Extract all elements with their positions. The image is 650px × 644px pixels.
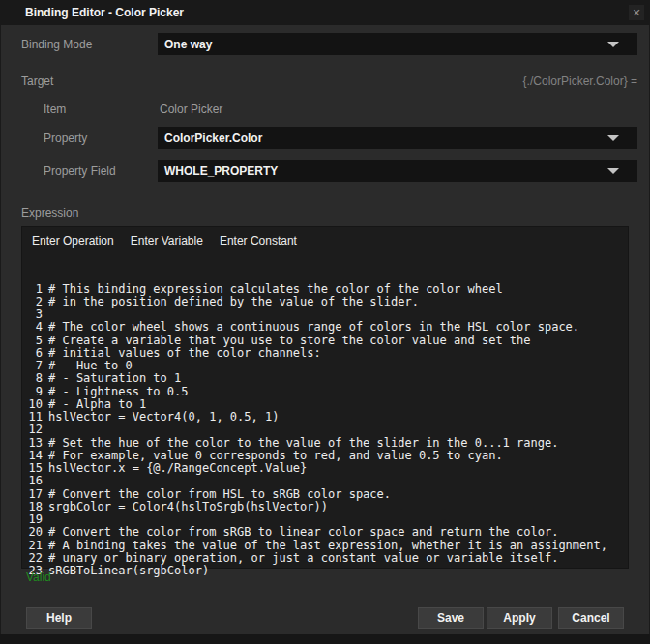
dialog-bottom-edge [0,634,650,644]
code-line: 2# in the position defined by the value … [28,296,624,308]
line-number: 10 [28,398,43,411]
code-line: 14# For example, value 0 corresponds to … [28,450,624,462]
expression-toolbar: Enter Operation Enter Variable Enter Con… [32,234,297,248]
code-line: 16 [28,475,624,487]
line-number: 11 [28,411,43,424]
target-section-label: Target [21,74,53,88]
line-number: 16 [28,475,43,487]
code-line: 20# Convert the color from sRGB to linea… [28,526,624,539]
binding-mode-label: Binding Mode [21,38,92,51]
property-field-dropdown[interactable]: WHOLE_PROPERTY [158,160,637,182]
code-line: 22# unary or binary operation, or just a… [28,552,624,565]
code-line: 6# initial values of the color channels: [28,347,624,360]
item-value: Color Picker [160,102,222,116]
code-text: # For example, value 0 corresponds to re… [48,449,503,462]
help-button[interactable]: Help [26,607,92,629]
code-line: 17# Convert the color from HSL to sRGB c… [28,488,624,501]
code-line: 5# Create a variable that you use to sto… [28,335,624,347]
line-number: 12 [28,424,43,436]
line-number: 7 [28,360,43,372]
code-text: srgbColor = Color4(hslToSrgb(hslVector)) [48,500,328,513]
code-text: # Set the hue of the color to the value … [48,436,558,450]
titlebar: Binding Editor - Color Picker [0,0,650,25]
line-number: 17 [28,488,43,501]
property-field-value: WHOLE_PROPERTY [164,164,278,178]
chevron-down-icon [607,135,619,141]
expression-code-editor[interactable]: 1# This binding expression calculates th… [28,257,624,603]
code-text: sRGBToLinear(srgbColor) [48,564,209,577]
code-text: # Convert the color from sRGB to linear … [48,525,558,539]
property-field-label: Property Field [44,164,116,178]
code-line: 15hslVector.x = {@./RangeConcept.Value} [28,462,624,475]
property-label: Property [44,132,87,145]
code-text: # initial values of the color channels: [48,346,321,360]
code-line: 18srgbColor = Color4(hslToSrgb(hslVector… [28,501,624,513]
chevron-down-icon [607,168,619,174]
apply-button[interactable]: Apply [487,607,552,629]
code-line: 4# The color wheel shows a continuous ra… [28,321,624,334]
code-text: # A binding takes the value of the last … [48,539,607,552]
code-line: 19 [28,513,624,526]
line-number: 15 [28,462,43,475]
code-text: # - Alpha to 1 [48,397,146,411]
code-line: 3 [28,308,624,321]
code-line: 11hslVector = Vector4(0, 1, 0.5, 1) [28,411,624,424]
validation-status: Valid [26,571,51,584]
line-number: 13 [28,437,43,450]
line-number: 3 [28,308,43,321]
enter-constant-button[interactable]: Enter Constant [220,234,297,248]
line-number: 19 [28,513,43,526]
code-line: 9# - Lightness to 0.5 [28,386,624,398]
code-text: # Create a variable that you use to stor… [48,334,531,347]
target-binding-hint: {./ColorPicker.Color} = [523,74,637,88]
line-number: 2 [28,296,43,308]
enter-operation-button[interactable]: Enter Operation [32,234,114,248]
binding-mode-dropdown[interactable]: One way [158,33,637,55]
line-number: 14 [28,450,43,462]
code-text: # - Lightness to 0.5 [48,385,189,398]
save-button[interactable]: Save [418,607,484,629]
code-text: # - Saturation to 1 [48,371,181,385]
code-line: 1# This binding expression calculates th… [28,283,624,296]
close-icon[interactable]: ✕ [629,5,644,20]
expression-editor-panel: Enter Operation Enter Variable Enter Con… [21,226,629,569]
line-number: 5 [28,335,43,347]
binding-editor-dialog: Binding Editor - Color Picker ✕ Binding … [0,0,650,644]
code-line: 12 [28,424,624,436]
code-line: 13# Set the hue of the color to the valu… [28,437,624,450]
expression-section-label: Expression [21,206,78,220]
line-number: 22 [28,552,43,565]
code-text: # This binding expression calculates the… [48,282,503,296]
code-line: 8# - Saturation to 1 [28,372,624,385]
property-dropdown[interactable]: ColorPicker.Color [158,127,637,149]
property-value: ColorPicker.Color [164,132,262,145]
chevron-down-icon [607,42,619,47]
code-text: # - Hue to 0 [48,359,133,372]
line-number: 21 [28,540,43,552]
code-line: 23sRGBToLinear(srgbColor) [28,565,624,577]
window-title: Binding Editor - Color Picker [25,6,184,19]
code-line: 10# - Alpha to 1 [28,398,624,411]
line-number: 8 [28,372,43,385]
code-text: # The color wheel shows a continuous ran… [48,320,579,334]
code-text: # Convert the color from HSL to sRGB col… [48,487,391,501]
line-number: 18 [28,501,43,513]
binding-mode-value: One way [164,38,212,51]
line-number: 20 [28,526,43,539]
line-number: 1 [28,283,43,296]
code-text: # unary or binary operation, or just a c… [48,551,558,565]
cancel-button[interactable]: Cancel [558,607,624,629]
code-line: 7# - Hue to 0 [28,360,624,372]
code-lines: 1# This binding expression calculates th… [28,283,624,578]
code-text: hslVector.x = {@./RangeConcept.Value} [48,461,307,475]
line-number: 6 [28,347,43,360]
code-text: # in the position defined by the value o… [48,295,419,308]
line-number: 4 [28,321,43,334]
line-number: 9 [28,386,43,398]
code-line: 21# A binding takes the value of the las… [28,540,624,552]
enter-variable-button[interactable]: Enter Variable [131,234,203,248]
code-text: hslVector = Vector4(0, 1, 0.5, 1) [48,410,279,424]
item-label: Item [44,102,66,116]
